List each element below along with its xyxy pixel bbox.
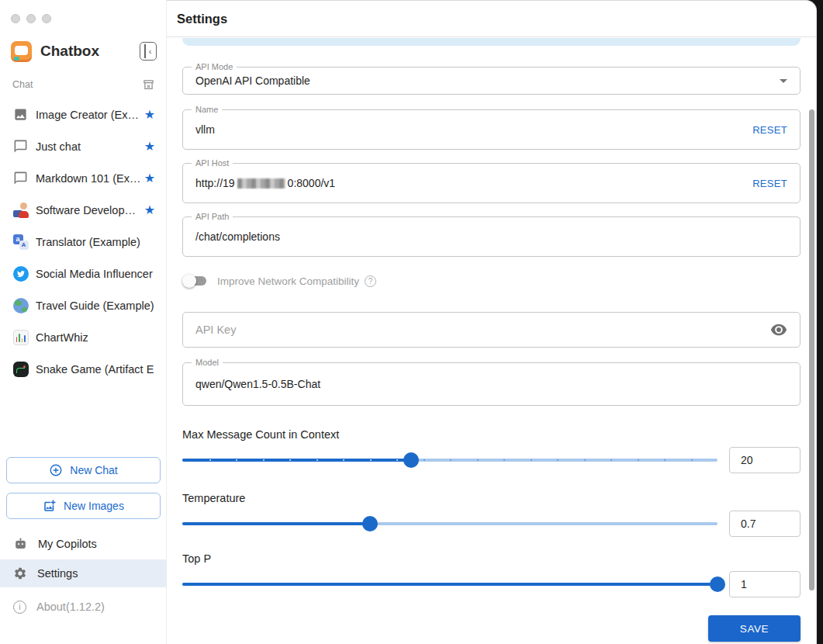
- star-icon[interactable]: ★: [144, 203, 155, 217]
- api-key-placeholder: API Key: [195, 324, 770, 336]
- model-label: Model: [192, 358, 223, 367]
- list-item-label: Translator (Example): [36, 236, 155, 248]
- list-item-label: Snake Game (Artifact E…: [36, 363, 155, 376]
- network-compatibility-row: Improve Network Compatibility ?: [182, 272, 801, 289]
- list-item-label: Image Creator (Ex…: [36, 109, 141, 121]
- settings-form: API Mode OpenAI API Compatible Name vllm…: [167, 67, 816, 642]
- top-p-input[interactable]: 1: [729, 571, 801, 597]
- api-path-value: /chat/completions: [195, 230, 787, 243]
- list-item-label: Travel Guide (Example): [36, 299, 155, 312]
- max-message-count-row: 20: [182, 447, 801, 473]
- settings-label: Settings: [37, 567, 78, 580]
- scrollbar[interactable]: [809, 109, 814, 590]
- list-item-travel-guide[interactable]: Travel Guide (Example): [0, 289, 166, 321]
- globe-icon: [12, 297, 29, 313]
- chat-bubble-icon: [12, 170, 29, 186]
- dialog-title: Settings: [177, 12, 227, 26]
- image-plus-icon: [43, 499, 57, 513]
- redacted-text: [237, 178, 285, 189]
- chat-section-header: Chat: [12, 78, 155, 92]
- slider-thumb[interactable]: [362, 516, 378, 531]
- chatbox-logo-icon: [11, 41, 32, 62]
- name-value: vllm: [195, 123, 752, 136]
- list-item-software-developer[interactable]: Software Develop… ★: [0, 194, 166, 226]
- api-path-field[interactable]: API Path /chat/completions: [182, 216, 801, 257]
- collapse-sidebar-icon[interactable]: ‹: [140, 42, 157, 61]
- model-field[interactable]: Model qwen/Qwen1.5-0.5B-Chat: [182, 362, 801, 406]
- window-zoom-button[interactable]: [42, 14, 51, 23]
- list-item-label: ChartWhiz: [36, 331, 155, 344]
- name-label: Name: [192, 105, 222, 114]
- save-button[interactable]: SAVE: [708, 615, 801, 642]
- developer-avatar-icon: [12, 202, 29, 218]
- new-images-button[interactable]: New Images: [6, 493, 161, 519]
- eye-icon[interactable]: [770, 324, 787, 336]
- chatbox-app: Chatbox ‹ Chat Image Creator (Ex: [0, 0, 823, 644]
- temperature-row: 0.7: [182, 511, 801, 537]
- api-mode-value: OpenAI API Compatible: [195, 74, 780, 87]
- window-minimize-button[interactable]: [26, 14, 36, 23]
- sidebar-item-about[interactable]: i About(1.12.2): [0, 593, 167, 621]
- slider-thumb[interactable]: [403, 452, 419, 468]
- api-mode-label: API Mode: [192, 62, 237, 71]
- model-value: qwen/Qwen1.5-0.5B-Chat: [195, 378, 787, 390]
- sidebar-item-settings[interactable]: Settings: [0, 559, 167, 587]
- api-path-label: API Path: [192, 212, 233, 221]
- api-host-field[interactable]: API Host http://190:8000/v1 RESET: [182, 163, 801, 203]
- star-icon[interactable]: ★: [144, 171, 155, 185]
- chevron-down-icon[interactable]: [780, 79, 787, 83]
- conversation-list: Image Creator (Ex… ★ Just chat ★: [0, 99, 166, 385]
- new-chat-button[interactable]: New Chat: [6, 457, 161, 483]
- sidebar-item-my-copilots[interactable]: My Copilots: [0, 530, 167, 558]
- api-host-value: http://190:8000/v1: [195, 177, 752, 189]
- network-compatibility-label: Improve Network Compatibility: [217, 275, 359, 287]
- list-item-image-creator[interactable]: Image Creator (Ex… ★: [0, 99, 166, 130]
- new-images-label: New Images: [64, 500, 124, 512]
- star-icon[interactable]: ★: [144, 107, 155, 122]
- twitter-bird-icon: [12, 265, 29, 282]
- max-message-count-input[interactable]: 20: [729, 447, 801, 473]
- max-message-count-slider[interactable]: [182, 447, 718, 473]
- snake-game-icon: [12, 361, 29, 377]
- chat-section-label: Chat: [12, 79, 142, 90]
- list-item-label: Social Media Influencer …: [36, 268, 155, 280]
- api-host-label: API Host: [192, 158, 233, 168]
- scrolled-tab-remnant: [182, 38, 801, 46]
- help-icon[interactable]: ?: [365, 275, 376, 287]
- window-edge: [817, 0, 823, 644]
- list-item-markdown-101[interactable]: Markdown 101 (Ex… ★: [0, 162, 166, 194]
- brand-row: Chatbox ‹: [11, 39, 157, 64]
- top-p-label: Top P: [182, 552, 801, 565]
- gear-icon: [13, 566, 27, 580]
- top-p-row: 1: [182, 571, 801, 597]
- window-close-button[interactable]: [11, 14, 20, 23]
- top-p-slider[interactable]: [182, 571, 718, 597]
- sidebar: Chatbox ‹ Chat Image Creator (Ex: [0, 0, 167, 644]
- plus-circle-icon: [49, 463, 63, 477]
- archive-box-icon[interactable]: [142, 78, 155, 92]
- list-item-label: Just chat: [36, 140, 141, 153]
- temperature-label: Temperature: [182, 492, 801, 504]
- list-item-snake-game[interactable]: Snake Game (Artifact E…: [0, 353, 166, 385]
- my-copilots-label: My Copilots: [38, 538, 97, 550]
- list-item-social-media[interactable]: Social Media Influencer …: [0, 258, 166, 289]
- list-item-translator[interactable]: aA Translator (Example): [0, 226, 166, 258]
- api-mode-select[interactable]: API Mode OpenAI API Compatible: [182, 67, 801, 95]
- new-chat-label: New Chat: [70, 464, 117, 476]
- api-key-field[interactable]: API Key: [182, 312, 801, 348]
- info-icon: i: [13, 601, 26, 614]
- max-message-count-label: Max Message Count in Context: [182, 428, 801, 441]
- star-icon[interactable]: ★: [144, 139, 155, 154]
- name-field[interactable]: Name vllm RESET: [182, 109, 801, 150]
- list-item-just-chat[interactable]: Just chat ★: [0, 130, 166, 162]
- temperature-slider[interactable]: [182, 511, 718, 537]
- list-item-chartwhiz[interactable]: ChartWhiz: [0, 321, 166, 353]
- robot-icon: [13, 537, 28, 552]
- api-host-reset-button[interactable]: RESET: [752, 178, 787, 189]
- name-reset-button[interactable]: RESET: [752, 124, 787, 136]
- slider-thumb[interactable]: [710, 576, 725, 592]
- network-compatibility-toggle[interactable]: [182, 273, 209, 289]
- temperature-input[interactable]: 0.7: [729, 511, 801, 537]
- settings-dialog: Settings API Mode OpenAI API Compatible …: [167, 0, 817, 644]
- bar-chart-icon: [12, 329, 29, 345]
